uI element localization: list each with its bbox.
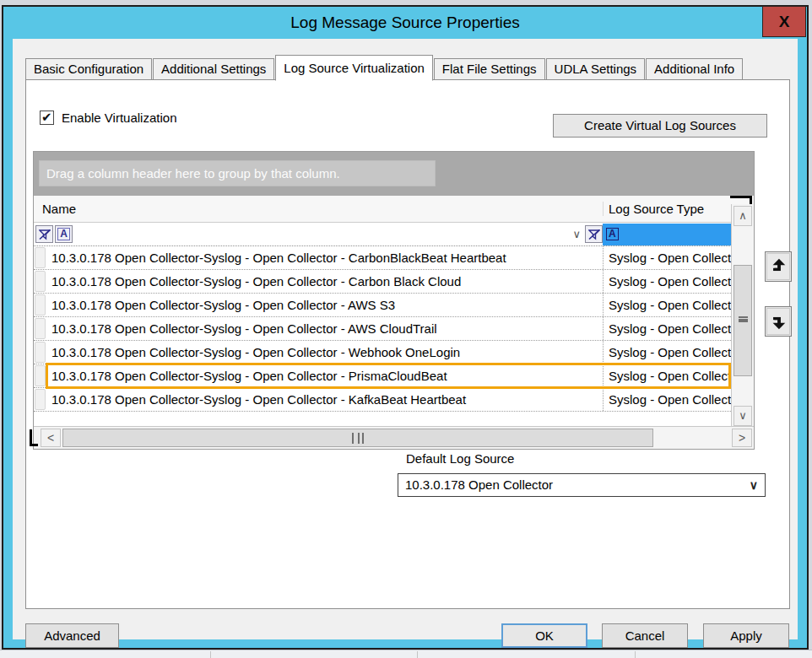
- move-up-button[interactable]: [765, 251, 792, 282]
- type-filter-cell-selected[interactable]: A: [603, 224, 731, 245]
- a-glyph: A: [57, 228, 70, 240]
- row-name-cell[interactable]: 10.3.0.178 Open Collector-Syslog - Open …: [46, 341, 603, 364]
- row-selector[interactable]: [35, 365, 46, 386]
- chevron-down-icon: ∨: [750, 474, 758, 496]
- tab-log-source-virtualization[interactable]: Log Source Virtualization: [275, 55, 433, 81]
- chevron-down-icon[interactable]: ∨: [570, 228, 583, 240]
- row-selector[interactable]: [35, 271, 46, 292]
- tab-basic-configuration[interactable]: Basic Configuration: [25, 58, 152, 80]
- tab-page-log-source-virtualization: Enable Virtualization Create Virtual Log…: [25, 79, 790, 609]
- vertical-scrollbar[interactable]: ∧ ∨: [731, 204, 754, 428]
- strip-divider: [210, 651, 211, 658]
- row-name-cell[interactable]: 10.3.0.178 Open Collector-Syslog - Open …: [46, 246, 603, 269]
- create-virtual-log-sources-button[interactable]: Create Virtual Log Sources: [553, 114, 767, 138]
- default-log-source-label: Default Log Source: [406, 451, 514, 466]
- page-title: Log Message Source Properties: [3, 13, 807, 32]
- scroll-corner-mark: [30, 429, 38, 446]
- ok-button[interactable]: OK: [501, 623, 587, 648]
- grid-header-row: Name Log Source Type: [34, 196, 754, 223]
- tab-udla-settings[interactable]: UDLA Settings: [546, 58, 646, 80]
- row-name-cell[interactable]: 10.3.0.178 Open Collector-Syslog - Open …: [46, 317, 603, 340]
- vertical-scroll-thumb[interactable]: [734, 265, 752, 376]
- scroll-up-icon[interactable]: ∧: [734, 206, 752, 226]
- row-selector[interactable]: [35, 247, 46, 268]
- thumb-grip: [739, 316, 748, 322]
- bent-arrow-up-icon: [769, 257, 788, 276]
- tab-additional-info[interactable]: Additional Info: [646, 58, 743, 80]
- row-type-cell[interactable]: Syslog - Open Collector: [603, 364, 731, 387]
- grid-filter-row: A ∨ A: [34, 223, 754, 246]
- screen: Log Message Source Properties X Basic Co…: [0, 0, 812, 658]
- enable-virtualization-label: Enable Virtualization: [62, 111, 176, 125]
- row-type-cell[interactable]: Syslog - Open Collector: [603, 246, 731, 269]
- table-row[interactable]: 10.3.0.178 Open Collector-Syslog - Open …: [34, 364, 731, 388]
- thumb-grip: [352, 433, 364, 444]
- row-type-cell[interactable]: Syslog - Open Collector: [603, 270, 731, 293]
- row-name-cell[interactable]: 10.3.0.178 Open Collector-Syslog - Open …: [46, 270, 603, 293]
- close-icon[interactable]: X: [762, 6, 806, 37]
- table-row[interactable]: 10.3.0.178 Open Collector-Syslog - Open …: [34, 294, 731, 317]
- row-type-cell[interactable]: Syslog - Open Collector: [603, 388, 731, 411]
- row-name-cell[interactable]: 10.3.0.178 Open Collector-Syslog - Open …: [46, 364, 603, 387]
- group-by-band[interactable]: Drag a column header here to group by th…: [34, 152, 754, 196]
- enable-virtualization-row: Enable Virtualization: [40, 111, 176, 125]
- row-selector[interactable]: [35, 294, 46, 316]
- advanced-button[interactable]: Advanced: [25, 623, 119, 648]
- strip-divider: [635, 651, 636, 658]
- dialog-client: Basic ConfigurationAdditional SettingsLo…: [13, 39, 798, 639]
- scroll-right-icon[interactable]: >: [732, 429, 752, 447]
- strip-divider: [417, 651, 418, 658]
- row-name-cell[interactable]: 10.3.0.178 Open Collector-Syslog - Open …: [46, 294, 603, 316]
- table-row[interactable]: 10.3.0.178 Open Collector-Syslog - Open …: [34, 246, 731, 270]
- table-row[interactable]: 10.3.0.178 Open Collector-Syslog - Open …: [34, 341, 731, 364]
- column-header-name[interactable]: Name: [42, 202, 76, 216]
- row-type-cell[interactable]: Syslog - Open Collector: [603, 317, 731, 340]
- a-glyph: A: [606, 228, 619, 240]
- filter-icon[interactable]: [585, 225, 603, 243]
- log-source-grid: Drag a column header here to group by th…: [33, 151, 755, 450]
- row-selector[interactable]: [35, 318, 46, 339]
- move-down-button[interactable]: [765, 306, 792, 337]
- row-type-cell[interactable]: Syslog - Open Collector: [603, 294, 731, 316]
- apply-button[interactable]: Apply: [703, 623, 789, 648]
- row-selector[interactable]: [35, 389, 46, 410]
- table-row[interactable]: 10.3.0.178 Open Collector-Syslog - Open …: [34, 317, 731, 341]
- enable-virtualization-checkbox[interactable]: [40, 111, 54, 125]
- text-filter-icon[interactable]: A: [55, 225, 73, 243]
- bent-arrow-down-icon: [769, 312, 788, 331]
- grid-rows: 10.3.0.178 Open Collector-Syslog - Open …: [34, 246, 754, 412]
- table-row[interactable]: 10.3.0.178 Open Collector-Syslog - Open …: [34, 388, 731, 412]
- horizontal-scrollbar[interactable]: < >: [34, 426, 754, 449]
- tab-additional-settings[interactable]: Additional Settings: [153, 58, 274, 80]
- tab-strip: Basic ConfigurationAdditional SettingsLo…: [25, 54, 744, 80]
- default-log-source-select[interactable]: 10.3.0.178 Open Collector ∨: [398, 473, 766, 497]
- tab-flat-file-settings[interactable]: Flat File Settings: [434, 58, 545, 80]
- titlebar[interactable]: Log Message Source Properties X: [3, 7, 807, 39]
- cancel-button[interactable]: Cancel: [602, 623, 688, 648]
- header-corner-mark: [730, 196, 752, 204]
- filter-icon[interactable]: [35, 225, 53, 243]
- scroll-left-icon[interactable]: <: [41, 429, 61, 447]
- default-log-source-value: 10.3.0.178 Open Collector: [405, 477, 553, 492]
- name-filter-input[interactable]: [74, 224, 570, 245]
- dialog-window: Log Message Source Properties X Basic Co…: [2, 5, 809, 650]
- column-header-log-source-type[interactable]: Log Source Type: [603, 202, 733, 216]
- row-selector[interactable]: [35, 342, 46, 363]
- row-type-cell[interactable]: Syslog - Open Collector: [603, 341, 731, 364]
- horizontal-scroll-thumb[interactable]: [62, 429, 653, 447]
- scroll-down-icon[interactable]: ∨: [734, 406, 752, 426]
- table-row[interactable]: 10.3.0.178 Open Collector-Syslog - Open …: [34, 270, 731, 294]
- background-strip: [0, 650, 812, 658]
- group-by-hint: Drag a column header here to group by th…: [39, 160, 436, 186]
- row-name-cell[interactable]: 10.3.0.178 Open Collector-Syslog - Open …: [46, 388, 603, 411]
